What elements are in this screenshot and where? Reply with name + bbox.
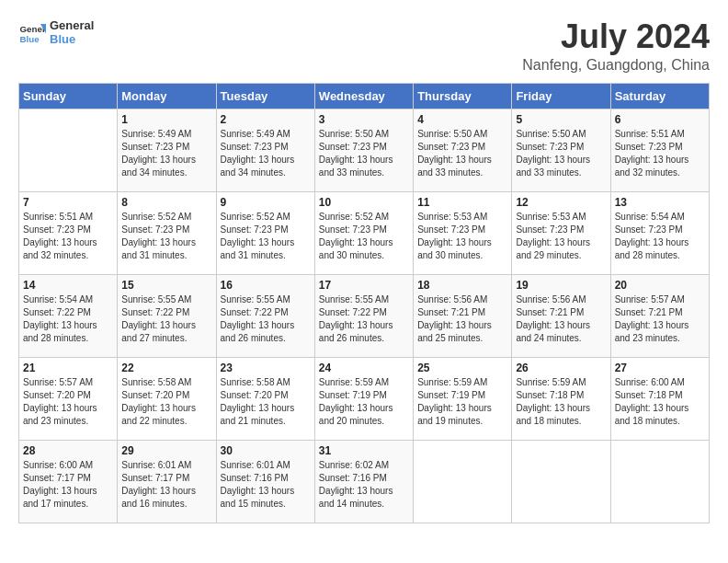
calendar-day-cell: 23Sunrise: 5:58 AMSunset: 7:20 PMDayligh… — [216, 357, 314, 440]
day-number: 15 — [121, 279, 211, 292]
day-number: 21 — [23, 362, 113, 374]
day-info: Sunrise: 6:00 AMSunset: 7:17 PMDaylight:… — [23, 459, 113, 511]
calendar-week-row: 14Sunrise: 5:54 AMSunset: 7:22 PMDayligh… — [19, 274, 710, 357]
logo-icon: General Blue — [18, 18, 46, 46]
day-number: 29 — [121, 444, 211, 457]
day-info: Sunrise: 5:51 AMSunset: 7:23 PMDaylight:… — [23, 211, 113, 262]
day-number: 9 — [221, 196, 311, 209]
day-info: Sunrise: 5:55 AMSunset: 7:22 PMDaylight:… — [221, 293, 311, 345]
day-info: Sunrise: 6:00 AMSunset: 7:18 PMDaylight:… — [615, 376, 705, 428]
day-number: 16 — [221, 279, 311, 292]
location-title: Nanfeng, Guangdong, China — [522, 57, 710, 74]
day-number: 14 — [23, 279, 113, 292]
day-number: 6 — [615, 113, 705, 126]
calendar-day-cell: 27Sunrise: 6:00 AMSunset: 7:18 PMDayligh… — [610, 357, 709, 440]
calendar-week-row: 7Sunrise: 5:51 AMSunset: 7:23 PMDaylight… — [19, 191, 710, 274]
day-number: 23 — [221, 362, 311, 374]
day-info: Sunrise: 5:51 AMSunset: 7:23 PMDaylight:… — [615, 128, 705, 179]
day-number: 11 — [417, 196, 507, 209]
calendar-day-cell: 5Sunrise: 5:50 AMSunset: 7:23 PMDaylight… — [512, 109, 610, 191]
calendar-day-cell: 18Sunrise: 5:56 AMSunset: 7:21 PMDayligh… — [414, 274, 512, 357]
svg-text:Blue: Blue — [20, 34, 40, 44]
calendar-day-cell: 12Sunrise: 5:53 AMSunset: 7:23 PMDayligh… — [512, 191, 610, 274]
calendar-day-cell: 14Sunrise: 5:54 AMSunset: 7:22 PMDayligh… — [19, 274, 118, 357]
calendar-table: SundayMondayTuesdayWednesdayThursdayFrid… — [18, 83, 710, 523]
weekday-header-cell: Tuesday — [216, 83, 314, 109]
weekday-header-row: SundayMondayTuesdayWednesdayThursdayFrid… — [19, 83, 710, 109]
calendar-day-cell: 25Sunrise: 5:59 AMSunset: 7:19 PMDayligh… — [414, 357, 512, 440]
calendar-day-cell: 8Sunrise: 5:52 AMSunset: 7:23 PMDaylight… — [118, 191, 216, 274]
logo-line1: General — [50, 18, 94, 32]
weekday-header-cell: Saturday — [610, 83, 709, 109]
calendar-day-cell: 3Sunrise: 5:50 AMSunset: 7:23 PMDaylight… — [314, 109, 413, 191]
calendar-day-cell: 21Sunrise: 5:57 AMSunset: 7:20 PMDayligh… — [19, 357, 118, 440]
calendar-day-cell — [610, 440, 709, 523]
calendar-week-row: 21Sunrise: 5:57 AMSunset: 7:20 PMDayligh… — [19, 357, 710, 440]
day-number: 25 — [417, 362, 507, 374]
day-info: Sunrise: 5:59 AMSunset: 7:18 PMDaylight:… — [516, 376, 606, 428]
day-info: Sunrise: 5:50 AMSunset: 7:23 PMDaylight:… — [319, 128, 409, 179]
calendar-day-cell: 2Sunrise: 5:49 AMSunset: 7:23 PMDaylight… — [216, 109, 314, 191]
day-info: Sunrise: 5:59 AMSunset: 7:19 PMDaylight:… — [319, 376, 409, 428]
day-info: Sunrise: 5:55 AMSunset: 7:22 PMDaylight:… — [121, 293, 211, 345]
day-info: Sunrise: 5:50 AMSunset: 7:23 PMDaylight:… — [516, 128, 606, 179]
day-info: Sunrise: 5:50 AMSunset: 7:23 PMDaylight:… — [417, 128, 507, 179]
calendar-day-cell: 26Sunrise: 5:59 AMSunset: 7:18 PMDayligh… — [512, 357, 610, 440]
day-number: 3 — [319, 113, 409, 126]
day-number: 2 — [221, 113, 311, 126]
calendar-day-cell: 24Sunrise: 5:59 AMSunset: 7:19 PMDayligh… — [314, 357, 413, 440]
day-info: Sunrise: 5:59 AMSunset: 7:19 PMDaylight:… — [417, 376, 507, 428]
calendar-day-cell — [414, 440, 512, 523]
page-header: General Blue General Blue July 2024 Nanf… — [18, 18, 710, 74]
day-number: 27 — [615, 362, 705, 374]
calendar-day-cell: 17Sunrise: 5:55 AMSunset: 7:22 PMDayligh… — [314, 274, 413, 357]
day-info: Sunrise: 5:52 AMSunset: 7:23 PMDaylight:… — [221, 211, 311, 262]
calendar-day-cell: 16Sunrise: 5:55 AMSunset: 7:22 PMDayligh… — [216, 274, 314, 357]
day-info: Sunrise: 5:56 AMSunset: 7:21 PMDaylight:… — [417, 293, 507, 345]
day-info: Sunrise: 5:53 AMSunset: 7:23 PMDaylight:… — [516, 211, 606, 262]
calendar-week-row: 1Sunrise: 5:49 AMSunset: 7:23 PMDaylight… — [19, 109, 710, 191]
calendar-body: 1Sunrise: 5:49 AMSunset: 7:23 PMDaylight… — [19, 109, 710, 523]
day-number: 17 — [319, 279, 409, 292]
day-number: 22 — [121, 362, 211, 374]
day-number: 28 — [23, 444, 113, 457]
calendar-day-cell — [512, 440, 610, 523]
day-info: Sunrise: 6:01 AMSunset: 7:16 PMDaylight:… — [221, 459, 311, 511]
day-number: 4 — [417, 113, 507, 126]
day-number: 30 — [221, 444, 311, 457]
day-info: Sunrise: 5:57 AMSunset: 7:20 PMDaylight:… — [23, 376, 113, 428]
day-number: 12 — [516, 196, 606, 209]
day-info: Sunrise: 5:57 AMSunset: 7:21 PMDaylight:… — [615, 293, 705, 345]
day-number: 24 — [319, 362, 409, 374]
month-title: July 2024 — [522, 18, 710, 55]
title-block: July 2024 Nanfeng, Guangdong, China — [522, 18, 710, 74]
calendar-day-cell: 4Sunrise: 5:50 AMSunset: 7:23 PMDaylight… — [414, 109, 512, 191]
day-number: 7 — [23, 196, 113, 209]
day-info: Sunrise: 6:01 AMSunset: 7:17 PMDaylight:… — [121, 459, 211, 511]
calendar-day-cell: 31Sunrise: 6:02 AMSunset: 7:16 PMDayligh… — [314, 440, 413, 523]
day-number: 13 — [615, 196, 705, 209]
calendar-day-cell: 28Sunrise: 6:00 AMSunset: 7:17 PMDayligh… — [19, 440, 118, 523]
calendar-day-cell: 20Sunrise: 5:57 AMSunset: 7:21 PMDayligh… — [610, 274, 709, 357]
weekday-header-cell: Friday — [512, 83, 610, 109]
day-info: Sunrise: 5:53 AMSunset: 7:23 PMDaylight:… — [417, 211, 507, 262]
calendar-day-cell: 15Sunrise: 5:55 AMSunset: 7:22 PMDayligh… — [118, 274, 216, 357]
weekday-header-cell: Sunday — [19, 83, 118, 109]
day-info: Sunrise: 5:58 AMSunset: 7:20 PMDaylight:… — [221, 376, 311, 428]
day-info: Sunrise: 5:49 AMSunset: 7:23 PMDaylight:… — [221, 128, 311, 179]
day-number: 5 — [516, 113, 606, 126]
calendar-day-cell: 6Sunrise: 5:51 AMSunset: 7:23 PMDaylight… — [610, 109, 709, 191]
calendar-day-cell: 7Sunrise: 5:51 AMSunset: 7:23 PMDaylight… — [19, 191, 118, 274]
day-number: 10 — [319, 196, 409, 209]
day-info: Sunrise: 5:52 AMSunset: 7:23 PMDaylight:… — [121, 211, 211, 262]
calendar-day-cell: 13Sunrise: 5:54 AMSunset: 7:23 PMDayligh… — [610, 191, 709, 274]
day-info: Sunrise: 6:02 AMSunset: 7:16 PMDaylight:… — [319, 459, 409, 511]
logo: General Blue General Blue — [18, 18, 94, 46]
day-info: Sunrise: 5:55 AMSunset: 7:22 PMDaylight:… — [319, 293, 409, 345]
day-number: 20 — [615, 279, 705, 292]
day-info: Sunrise: 5:58 AMSunset: 7:20 PMDaylight:… — [121, 376, 211, 428]
calendar-day-cell: 9Sunrise: 5:52 AMSunset: 7:23 PMDaylight… — [216, 191, 314, 274]
day-info: Sunrise: 5:56 AMSunset: 7:21 PMDaylight:… — [516, 293, 606, 345]
calendar-day-cell: 11Sunrise: 5:53 AMSunset: 7:23 PMDayligh… — [414, 191, 512, 274]
weekday-header-cell: Wednesday — [314, 83, 413, 109]
